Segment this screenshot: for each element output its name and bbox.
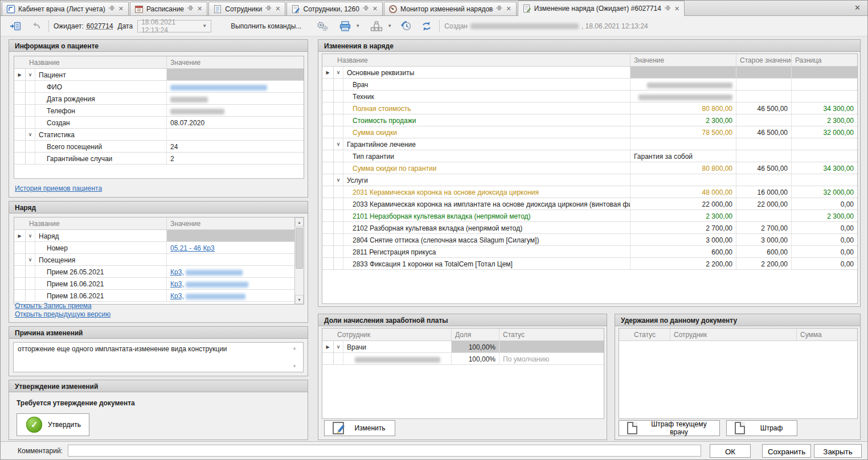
run-commands-button[interactable]: Выполнить команды... bbox=[226, 20, 306, 32]
column-header[interactable]: Старое значение bbox=[736, 54, 792, 66]
close-button[interactable]: Закрыть bbox=[814, 444, 862, 458]
scrollbar-thumb[interactable] bbox=[296, 228, 303, 269]
expander-chevron-icon[interactable]: ∨ bbox=[334, 174, 343, 186]
expander-chevron-icon[interactable]: ∨ bbox=[26, 254, 35, 265]
column-header[interactable]: Разница bbox=[792, 54, 857, 66]
column-header[interactable]: Значение bbox=[167, 56, 304, 68]
open-visit-record-link[interactable]: Открыть Запись приема bbox=[15, 302, 92, 310]
stamp-icon[interactable] bbox=[367, 19, 386, 34]
expander-chevron-icon[interactable]: ∨ bbox=[26, 230, 35, 241]
column-header[interactable]: Статус bbox=[499, 328, 604, 340]
column-header[interactable]: Сотрудник bbox=[670, 328, 797, 340]
table-row[interactable]: Тип гарантииГарантия за собой bbox=[322, 150, 857, 162]
table-row[interactable]: Врач bbox=[322, 79, 857, 91]
value-link[interactable]: Кр3, bbox=[170, 292, 184, 300]
table-row[interactable]: Телефон bbox=[14, 105, 304, 117]
stamp-menu-chevron-icon[interactable]: ▼ bbox=[386, 23, 394, 28]
scroll-up-icon[interactable]: ▲ bbox=[291, 346, 298, 351]
undo-icon[interactable] bbox=[29, 19, 44, 34]
table-row[interactable]: ∨Статистика bbox=[14, 129, 304, 141]
change-reason-textarea[interactable]: отторжение еще одного имплантата-изменен… bbox=[13, 342, 304, 372]
print-menu-chevron-icon[interactable]: ▼ bbox=[354, 23, 362, 28]
tab-3[interactable]: Сотрудники, 1260✕ bbox=[286, 2, 383, 15]
tab-0[interactable]: Кабинет врача (Лист учета)✕ bbox=[2, 2, 129, 15]
expander-chevron-icon[interactable]: ∨ bbox=[334, 67, 343, 78]
column-header[interactable]: Сумма bbox=[797, 328, 857, 340]
scroll-down-icon[interactable]: ▼ bbox=[295, 295, 304, 304]
table-row[interactable]: 2804 Снятие оттиска (слепочная масса Sil… bbox=[322, 234, 857, 246]
table-row[interactable]: 100,00%По умолчанию bbox=[322, 353, 604, 365]
pin-icon[interactable] bbox=[108, 5, 115, 13]
table-row[interactable]: Создан08.07.2020 bbox=[14, 117, 304, 129]
table-row[interactable]: ∨Гарантийное лечение bbox=[322, 138, 857, 150]
table-row[interactable]: ▶∨Врачи100,00% bbox=[322, 341, 604, 353]
column-header[interactable]: Статус bbox=[630, 328, 670, 340]
table-row[interactable]: Дата рождения bbox=[14, 93, 304, 105]
table-row[interactable]: Всего посещений24 bbox=[14, 141, 304, 153]
scroll-up-icon[interactable]: ▲ bbox=[295, 217, 304, 227]
value-link[interactable]: 05.21 - 46 Кр3 bbox=[170, 244, 215, 252]
expander-chevron-icon[interactable]: ∨ bbox=[26, 129, 35, 140]
column-header[interactable]: Название bbox=[26, 56, 167, 68]
table-row[interactable]: Техник bbox=[322, 91, 857, 102]
ok-button[interactable]: ОК bbox=[710, 444, 751, 458]
value-link[interactable]: Кр3, bbox=[170, 280, 184, 288]
tab-close-icon[interactable]: ✕ bbox=[505, 6, 511, 12]
table-row[interactable]: ▶∨Основные реквизиты bbox=[322, 67, 857, 79]
refresh-icon[interactable] bbox=[419, 19, 435, 34]
print-icon[interactable] bbox=[337, 19, 354, 34]
expander-chevron-icon[interactable]: ∨ bbox=[334, 341, 343, 352]
comment-input[interactable] bbox=[68, 445, 701, 457]
expander-chevron-icon[interactable]: ∨ bbox=[334, 138, 343, 150]
tab-4[interactable]: Монитор изменений нарядов✕ bbox=[384, 2, 517, 15]
table-row[interactable]: Стоимость продажи2 300,002 300,00 bbox=[322, 114, 857, 126]
chevron-down-icon[interactable]: ▼ bbox=[200, 23, 208, 28]
table-row[interactable]: ∨Услуги bbox=[322, 174, 857, 186]
tab-2[interactable]: Сотрудники✕ bbox=[208, 2, 285, 15]
column-header[interactable]: Значение bbox=[167, 217, 304, 229]
table-row[interactable]: 2031 Керамическая коронка на основе диок… bbox=[322, 186, 857, 198]
column-header[interactable]: Значение bbox=[630, 54, 736, 66]
open-document-icon[interactable] bbox=[7, 19, 23, 34]
history-icon[interactable] bbox=[398, 19, 415, 34]
table-row[interactable]: ▶∨Пациент bbox=[14, 69, 304, 81]
table-row[interactable]: Прием 18.06.2021Кр3, bbox=[14, 290, 304, 302]
column-header[interactable]: Название bbox=[334, 54, 630, 66]
table-row[interactable]: ∨Посещения bbox=[14, 254, 304, 266]
expander-chevron-icon[interactable]: ∨ bbox=[26, 69, 35, 80]
pin-icon[interactable] bbox=[362, 5, 369, 13]
close-icon[interactable]: ✕ bbox=[854, 3, 861, 12]
tab-active-5[interactable]: Изменение наряда (Ожидает) #6027714✕ bbox=[518, 1, 685, 16]
tab-close-icon[interactable]: ✕ bbox=[674, 6, 680, 12]
scroll-down-icon[interactable]: ▼ bbox=[291, 364, 298, 369]
save-button[interactable]: Сохранить bbox=[762, 444, 811, 458]
gears-icon[interactable] bbox=[314, 19, 331, 34]
approve-button[interactable]: ✓ Утвердить bbox=[17, 413, 89, 436]
table-row[interactable]: Сумма скидки78 500,0046 500,0032 000,00 bbox=[322, 126, 857, 138]
column-header[interactable]: Доля bbox=[452, 328, 499, 340]
date-picker[interactable]: 18.06.2021 12:13:24 ▼ bbox=[137, 20, 211, 32]
table-row[interactable]: Прием 16.06.2021Кр3, bbox=[14, 278, 304, 290]
table-row[interactable]: ФИО bbox=[14, 81, 304, 93]
vertical-scrollbar[interactable]: ▲▼ bbox=[294, 217, 304, 304]
tab-1[interactable]: Расписание✕ bbox=[130, 2, 207, 15]
pin-icon[interactable] bbox=[664, 5, 671, 13]
fine-button[interactable]: Штраф bbox=[726, 420, 797, 436]
pin-icon[interactable] bbox=[265, 5, 272, 13]
tab-close-icon[interactable]: ✕ bbox=[275, 6, 281, 12]
table-row[interactable]: 2811 Регистрация прикуса600,00600,000,00 bbox=[322, 246, 857, 258]
tab-close-icon[interactable]: ✕ bbox=[118, 6, 124, 12]
table-row[interactable]: Прием 26.05.2021Кр3, bbox=[14, 266, 304, 278]
fine-current-doctor-button[interactable]: Штраф текущему врачу bbox=[619, 420, 720, 436]
column-header[interactable]: Сотрудник bbox=[334, 328, 452, 340]
pin-icon[interactable] bbox=[187, 5, 194, 13]
pin-icon[interactable] bbox=[496, 5, 502, 13]
table-row[interactable]: 2833 Фиксация 1 коронки на TotalCem [Тот… bbox=[322, 258, 857, 270]
value-link[interactable]: Кр3, bbox=[170, 268, 184, 276]
table-row[interactable]: Гарантийные случаи2 bbox=[14, 153, 304, 165]
column-header[interactable]: Название bbox=[26, 217, 167, 229]
table-row[interactable]: Сумма скидки по гарантии80 800,0046 500,… bbox=[322, 162, 857, 174]
table-row[interactable]: ▶∨Наряд bbox=[14, 230, 304, 242]
open-previous-version-link[interactable]: Открыть предыдущую версию bbox=[15, 310, 110, 318]
tab-close-icon[interactable]: ✕ bbox=[372, 6, 378, 12]
